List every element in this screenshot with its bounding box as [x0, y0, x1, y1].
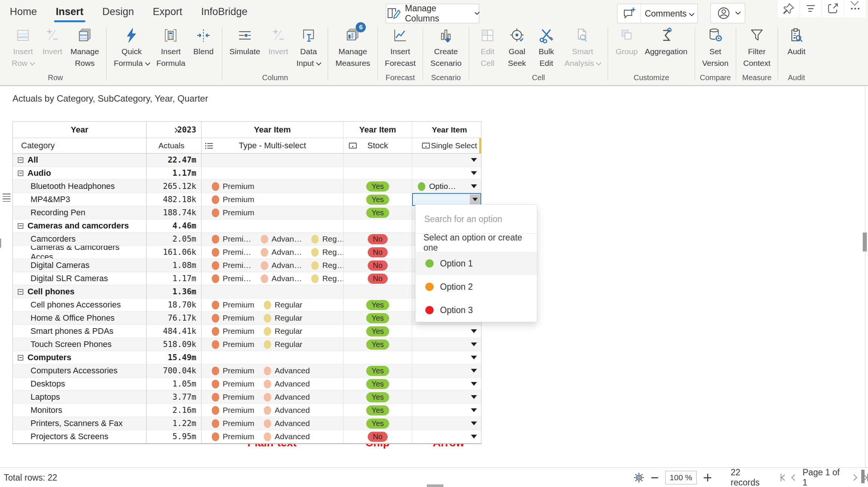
stock-cell[interactable]: No: [344, 259, 412, 272]
collapse-icon[interactable]: [18, 157, 23, 163]
category-cell[interactable]: Recording Pen: [13, 206, 147, 219]
ribbon-button-goal-seek[interactable]: GoalSeek: [503, 26, 531, 69]
single-select-cell[interactable]: [412, 351, 481, 364]
actuals-cell[interactable]: 484.41k: [147, 325, 202, 338]
stock-cell[interactable]: No: [344, 272, 412, 285]
ribbon-button-manage-rows[interactable]: ManageRows: [68, 26, 102, 69]
category-cell[interactable]: MP4&MP3: [13, 193, 147, 206]
collapse-icon[interactable]: [18, 289, 23, 295]
tab-infobridge[interactable]: InfoBridge: [200, 5, 248, 21]
header-2023[interactable]: 2023: [147, 122, 202, 138]
header-year-item-3[interactable]: Year Item: [412, 122, 481, 138]
category-cell[interactable]: Touch Screen Phones: [13, 338, 147, 351]
stock-cell[interactable]: Yes: [344, 180, 412, 193]
ribbon-button-set-version[interactable]: SetVersion: [700, 26, 731, 69]
ribbon-button-blend[interactable]: Blend: [189, 26, 217, 69]
actuals-cell[interactable]: 76.17k: [147, 312, 202, 324]
zoom-out-button[interactable]: [651, 477, 658, 478]
stock-cell[interactable]: Yes: [344, 377, 412, 390]
header-year-item-2[interactable]: Year Item: [344, 122, 412, 138]
single-select-cell[interactable]: [412, 338, 481, 351]
single-select-cell[interactable]: [412, 430, 481, 443]
actuals-cell[interactable]: 22.47m: [147, 154, 202, 166]
category-cell[interactable]: Monitors: [13, 404, 147, 417]
type-cell[interactable]: PremiumAdvanced: [202, 417, 344, 430]
actuals-cell[interactable]: 1.08m: [147, 259, 202, 272]
ribbon-button-simulate[interactable]: Simulate: [227, 26, 263, 69]
header-single-select[interactable]: Single Select: [412, 138, 481, 153]
header-category[interactable]: Category: [13, 138, 147, 153]
dropdown-arrow-icon[interactable]: [471, 369, 477, 373]
type-cell[interactable]: PremiumRegular: [202, 298, 344, 311]
single-select-cell[interactable]: [412, 404, 481, 417]
actuals-cell[interactable]: 1.05m: [147, 377, 202, 390]
collapse-icon[interactable]: [18, 223, 23, 229]
single-select-cell[interactable]: [412, 364, 481, 377]
category-cell[interactable]: Computers Accessories: [13, 364, 147, 377]
actuals-cell[interactable]: 1.17m: [147, 167, 202, 180]
stock-cell[interactable]: Yes: [344, 206, 412, 219]
type-cell[interactable]: [202, 154, 344, 166]
actuals-cell[interactable]: 18.70k: [147, 298, 202, 311]
stock-cell[interactable]: [344, 154, 412, 166]
dropdown-option-option-3[interactable]: Option 3: [416, 298, 537, 322]
tab-home[interactable]: Home: [9, 5, 38, 21]
dropdown-arrow-icon[interactable]: [471, 184, 477, 188]
previous-page-button[interactable]: [792, 475, 798, 481]
type-cell[interactable]: [202, 219, 344, 232]
ribbon-button-aggregation[interactable]: Aggregation: [642, 26, 690, 69]
actuals-cell[interactable]: 4.46m: [147, 219, 202, 232]
single-select-cell[interactable]: [412, 167, 481, 180]
single-select-cell[interactable]: [412, 391, 481, 403]
category-cell[interactable]: Smart phones & PDAs: [13, 325, 147, 338]
first-page-button[interactable]: [781, 474, 787, 481]
panel-scrollbar-thumb[interactable]: [861, 470, 865, 483]
category-cell[interactable]: Printers, Scanners & Fax: [13, 417, 147, 430]
stock-cell[interactable]: Yes: [344, 338, 412, 351]
stock-cell[interactable]: [344, 219, 412, 232]
stock-cell[interactable]: Yes: [344, 325, 412, 338]
stock-cell[interactable]: Yes: [344, 312, 412, 324]
single-select-cell[interactable]: [412, 154, 481, 166]
single-select-cell[interactable]: Optio…: [412, 180, 481, 193]
account-button[interactable]: [711, 3, 745, 23]
ribbon-button-manage-measures[interactable]: 6ManageMeasures: [333, 26, 373, 69]
stock-cell[interactable]: Yes: [344, 364, 412, 377]
actuals-cell[interactable]: 5.95m: [147, 430, 202, 443]
actuals-cell[interactable]: 3.77m: [147, 391, 202, 403]
next-page-button[interactable]: [851, 475, 857, 481]
category-cell[interactable]: All: [13, 154, 147, 166]
type-cell[interactable]: PremiumAdvanced: [202, 404, 344, 417]
actuals-cell[interactable]: 1.22m: [147, 417, 202, 430]
row-drag-handle[interactable]: [3, 193, 11, 202]
pin-icon[interactable]: [778, 0, 799, 17]
dropdown-option-option-2[interactable]: Option 2: [416, 275, 537, 298]
category-cell[interactable]: Camcorders: [13, 233, 147, 245]
collapse-icon[interactable]: [18, 170, 23, 176]
collapse-icon[interactable]: [18, 355, 23, 361]
category-cell[interactable]: Projectors & Screens: [13, 430, 147, 443]
stock-cell[interactable]: [344, 351, 412, 364]
ribbon-button-bulk-edit[interactable]: BulkEdit: [532, 26, 560, 69]
header-year[interactable]: Year: [13, 122, 147, 138]
category-cell[interactable]: Laptops: [13, 391, 147, 403]
type-cell[interactable]: PremiumAdvanced: [202, 430, 344, 443]
actuals-cell[interactable]: 518.09k: [147, 338, 202, 351]
type-cell[interactable]: [202, 285, 344, 298]
ribbon-button-data-input[interactable]: DataInput: [294, 26, 324, 69]
stock-cell[interactable]: Yes: [344, 404, 412, 417]
type-cell[interactable]: PremiumAdvanced: [202, 377, 344, 390]
ribbon-button-create-scenario[interactable]: CreateScenario: [428, 26, 464, 69]
stock-cell[interactable]: [344, 167, 412, 180]
stock-cell[interactable]: No: [344, 246, 412, 259]
dropdown-arrow-icon[interactable]: [471, 408, 477, 412]
focus-mode-icon[interactable]: [822, 0, 844, 17]
dropdown-arrow-icon[interactable]: [471, 395, 477, 399]
vertical-scrollbar-thumb[interactable]: [863, 233, 867, 251]
actuals-cell[interactable]: 1.36m: [147, 285, 202, 298]
category-cell[interactable]: Desktops: [13, 377, 147, 390]
filter-lines-icon[interactable]: [800, 0, 821, 17]
horizontal-scrollbar-thumb[interactable]: [427, 484, 443, 487]
actuals-cell[interactable]: 265.12k: [147, 180, 202, 193]
dropdown-arrow-icon[interactable]: [471, 329, 477, 333]
